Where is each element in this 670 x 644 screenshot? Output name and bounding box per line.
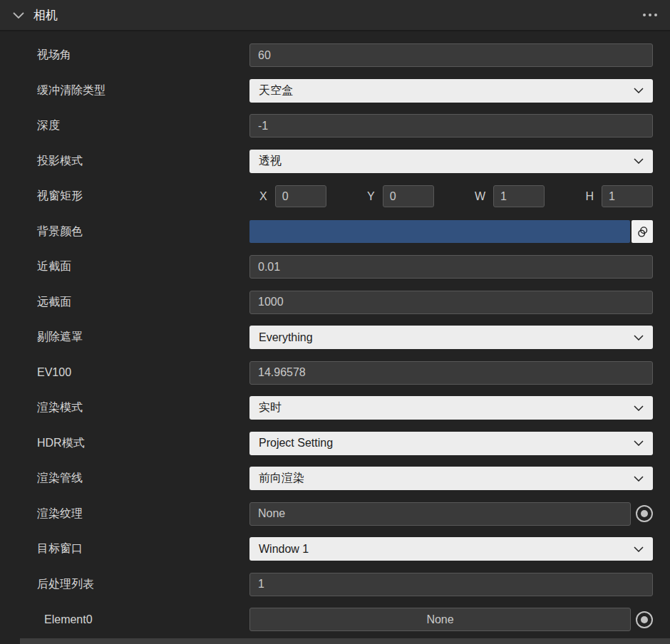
row-render-texture: 渲染纹理 None — [0, 497, 670, 532]
viewport-x-label: X — [259, 190, 267, 203]
viewport-w-label: W — [475, 190, 485, 203]
postprocess-list-label: 后处理列表 — [0, 577, 249, 592]
field-of-view-input[interactable] — [249, 43, 653, 67]
render-mode-label: 渲染模式 — [0, 400, 249, 415]
background-color-swatch[interactable] — [249, 220, 630, 243]
depth-label: 深度 — [0, 118, 249, 133]
row-ev100: EV100 — [0, 355, 670, 391]
row-field-of-view: 视场角 — [0, 38, 670, 73]
row-background-color: 背景颜色 — [0, 214, 670, 250]
eyedropper-button[interactable] — [632, 220, 653, 243]
render-texture-picker-button[interactable] — [636, 505, 653, 522]
culling-mask-value: Everything — [259, 331, 313, 344]
field-of-view-label: 视场角 — [0, 48, 249, 63]
hdr-mode-value: Project Setting — [259, 437, 333, 450]
viewport-h-label: H — [585, 190, 594, 203]
near-plane-label: 近截面 — [0, 259, 249, 274]
render-texture-value: None — [258, 507, 285, 520]
depth-input[interactable] — [249, 114, 653, 137]
chevron-down-icon — [634, 405, 644, 411]
row-far-plane: 远截面 — [0, 285, 670, 321]
row-viewport-rect: 视窗矩形 X Y W H — [0, 179, 670, 214]
row-render-mode: 渲染模式 实时 — [0, 390, 670, 426]
postprocess-list-input[interactable] — [249, 573, 653, 596]
culling-mask-label: 剔除遮罩 — [0, 330, 249, 345]
hdr-mode-select[interactable]: Project Setting — [249, 432, 653, 455]
element0-field[interactable]: None — [249, 608, 631, 631]
render-mode-value: 实时 — [259, 400, 282, 415]
hdr-mode-label: HDR模式 — [0, 436, 249, 451]
render-pipeline-label: 渲染管线 — [0, 471, 249, 486]
projection-mode-label: 投影模式 — [0, 154, 249, 169]
chevron-down-icon — [634, 88, 644, 93]
component-header: 相机 — [0, 0, 670, 31]
row-clear-type: 缓冲清除类型 天空盒 — [0, 73, 670, 109]
component-title: 相机 — [34, 7, 58, 24]
target-window-label: 目标窗口 — [0, 541, 249, 556]
eyedropper-icon — [636, 226, 649, 238]
render-pipeline-select[interactable]: 前向渲染 — [249, 467, 653, 490]
chevron-down-icon — [634, 440, 644, 446]
viewport-y-input[interactable] — [383, 185, 434, 207]
element0-picker-button[interactable] — [636, 611, 653, 628]
projection-mode-select[interactable]: 透视 — [249, 150, 653, 173]
render-mode-select[interactable]: 实时 — [249, 396, 653, 420]
far-plane-input[interactable] — [249, 291, 653, 314]
viewport-rect-label: 视窗矩形 — [0, 189, 249, 204]
render-pipeline-value: 前向渲染 — [259, 471, 304, 486]
ev100-label: EV100 — [0, 366, 249, 379]
target-circle-icon — [641, 510, 648, 517]
render-texture-field[interactable]: None — [249, 502, 631, 526]
background-color-label: 背景颜色 — [0, 224, 249, 239]
element0-label: Element0 — [0, 613, 249, 626]
camera-properties-panel: 视场角 缓冲清除类型 天空盒 深度 投影模式 透视 视窗矩形 X — [0, 31, 670, 638]
row-hdr-mode: HDR模式 Project Setting — [0, 426, 670, 462]
near-plane-input[interactable] — [249, 255, 653, 279]
row-culling-mask: 剔除遮罩 Everything — [0, 320, 670, 355]
viewport-y-label: Y — [367, 190, 375, 203]
row-postprocess-list: 后处理列表 — [0, 567, 670, 603]
chevron-down-icon — [634, 335, 644, 341]
viewport-w-input[interactable] — [493, 185, 545, 207]
chevron-down-icon — [634, 158, 644, 164]
row-target-window: 目标窗口 Window 1 — [0, 531, 670, 567]
chevron-down-icon — [13, 12, 24, 19]
ev100-input[interactable] — [249, 361, 653, 385]
chevron-down-icon — [634, 546, 644, 552]
viewport-h-input[interactable] — [602, 185, 653, 207]
row-render-pipeline: 渲染管线 前向渲染 — [0, 461, 670, 497]
projection-mode-value: 透视 — [259, 154, 282, 169]
collapse-chevron-icon[interactable] — [11, 8, 26, 22]
ellipsis-icon — [643, 14, 646, 16]
row-element0: Element0 None — [0, 602, 670, 638]
clear-type-value: 天空盒 — [259, 83, 293, 98]
clear-type-select[interactable]: 天空盒 — [249, 79, 653, 103]
row-depth: 深度 — [0, 108, 670, 144]
element0-value: None — [426, 613, 453, 626]
viewport-x-input[interactable] — [275, 185, 326, 207]
more-options-button[interactable] — [640, 11, 660, 19]
target-window-select[interactable]: Window 1 — [249, 537, 653, 561]
chevron-down-icon — [634, 476, 644, 482]
render-texture-label: 渲染纹理 — [0, 507, 249, 521]
row-projection-mode: 投影模式 透视 — [0, 144, 670, 180]
far-plane-label: 远截面 — [0, 295, 249, 310]
target-circle-icon — [641, 616, 648, 623]
culling-mask-select[interactable]: Everything — [249, 326, 653, 349]
clear-type-label: 缓冲清除类型 — [0, 83, 249, 98]
next-section-edge — [20, 638, 670, 644]
row-near-plane: 近截面 — [0, 249, 670, 285]
viewport-rect-fields: X Y W H — [249, 185, 653, 207]
target-window-value: Window 1 — [259, 543, 309, 556]
